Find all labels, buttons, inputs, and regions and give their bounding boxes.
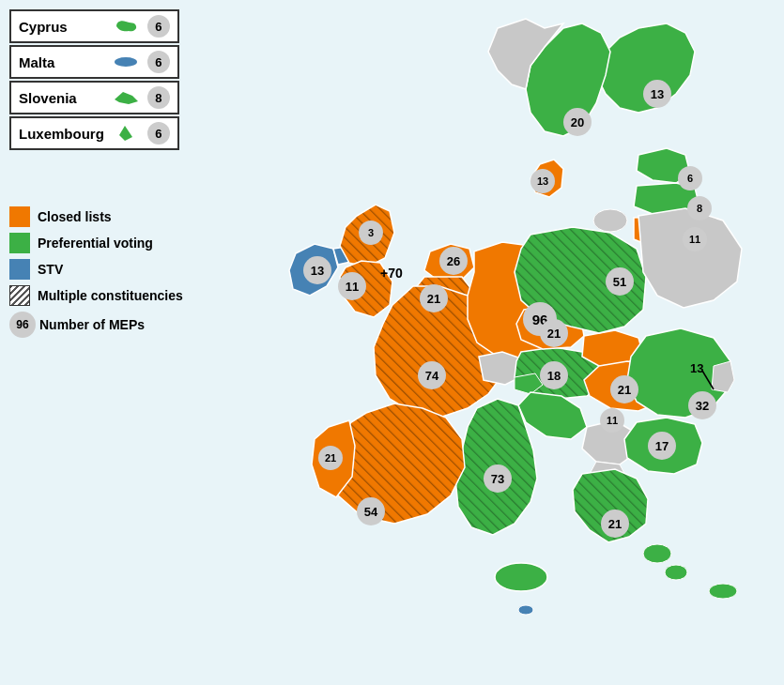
svg-point-6	[643, 544, 671, 563]
uk-plus-label: +70	[380, 266, 403, 281]
legend-row-stv: STV	[9, 259, 183, 280]
multiple-constituencies-icon	[9, 285, 30, 306]
legend-box-luxembourg-label: Luxembourg	[19, 126, 104, 142]
badge-bulgaria: 17	[648, 432, 676, 460]
badge-belgium: 21	[420, 284, 448, 312]
badge-estonia: 6	[678, 166, 702, 190]
badge-denmark: 13	[530, 169, 555, 193]
meps-label: Number of MEPs	[39, 317, 145, 332]
legend-box-malta-num: 6	[147, 51, 170, 73]
meps-circle: 96	[9, 312, 36, 338]
legend-box-cyprus: Cyprus 6	[9, 9, 179, 43]
map-container: Cyprus 6 Malta 6 Slovenia	[0, 0, 784, 685]
luxembourg-icon	[112, 124, 140, 143]
malta-icon	[112, 53, 140, 71]
badge-hungary: 21	[610, 375, 638, 403]
legend-box-luxembourg-num: 6	[147, 122, 170, 145]
legend-box-cyprus-num: 6	[147, 15, 170, 38]
badge-sweden: 20	[563, 108, 592, 136]
badge-romania: 32	[688, 391, 716, 419]
stv-label: STV	[38, 262, 63, 277]
legend-box-luxembourg: Luxembourg 6	[9, 116, 179, 150]
closed-lists-icon	[9, 206, 30, 227]
badge-france: 74	[418, 361, 446, 389]
stv-icon	[9, 259, 30, 280]
slovenia-icon	[112, 88, 140, 107]
badge-spain: 54	[357, 497, 385, 525]
legend-box-cyprus-label: Cyprus	[19, 19, 104, 35]
closed-lists-label: Closed lists	[38, 209, 112, 224]
badge-czech: 21	[540, 319, 568, 347]
romania-line-label: 13	[690, 361, 703, 375]
badge-poland: 51	[606, 267, 634, 296]
badge-italy: 73	[484, 464, 512, 493]
legend-row-preferential: Preferential voting	[9, 233, 183, 253]
preferential-voting-label: Preferential voting	[38, 236, 153, 251]
legend-row-meps: 96 Number of MEPs	[9, 312, 183, 338]
legend-row-closed: Closed lists	[9, 206, 183, 227]
svg-point-8	[495, 563, 547, 591]
badge-uk-scotland: 3	[359, 221, 383, 245]
legend-box-malta: Malta 6	[9, 45, 179, 79]
badge-uk-main: 11	[338, 272, 366, 300]
legend-box-slovenia-label: Slovenia	[19, 90, 104, 106]
badge-lithuania: 11	[683, 227, 707, 251]
badge-netherlands: 26	[439, 247, 468, 275]
badge-finland: 13	[643, 80, 671, 108]
badge-austria: 18	[540, 361, 568, 389]
svg-point-12	[115, 57, 137, 67]
legend-box-slovenia: Slovenia 8	[9, 81, 179, 114]
multiple-constituencies-label: Multiple constituencies	[38, 288, 183, 303]
legend-boxes: Cyprus 6 Malta 6 Slovenia	[9, 9, 179, 150]
badge-latvia: 8	[687, 196, 712, 221]
badge-greece: 21	[601, 510, 629, 538]
legend-box-slovenia-num: 8	[147, 86, 170, 109]
legend-row-multiple: Multiple constituencies	[9, 285, 183, 306]
legend-box-malta-label: Malta	[19, 54, 104, 70]
svg-point-11	[593, 209, 627, 232]
badge-ireland: 13	[303, 256, 331, 284]
svg-point-7	[665, 565, 687, 580]
badge-portugal-north: 21	[318, 446, 343, 470]
svg-point-9	[518, 605, 533, 615]
badge-slovakia: 11	[600, 408, 624, 433]
cyprus-icon	[112, 17, 140, 36]
preferential-voting-icon	[9, 233, 30, 253]
legend-symbols: Closed lists Preferential voting STV Mul…	[9, 206, 183, 338]
svg-point-10	[709, 584, 737, 599]
